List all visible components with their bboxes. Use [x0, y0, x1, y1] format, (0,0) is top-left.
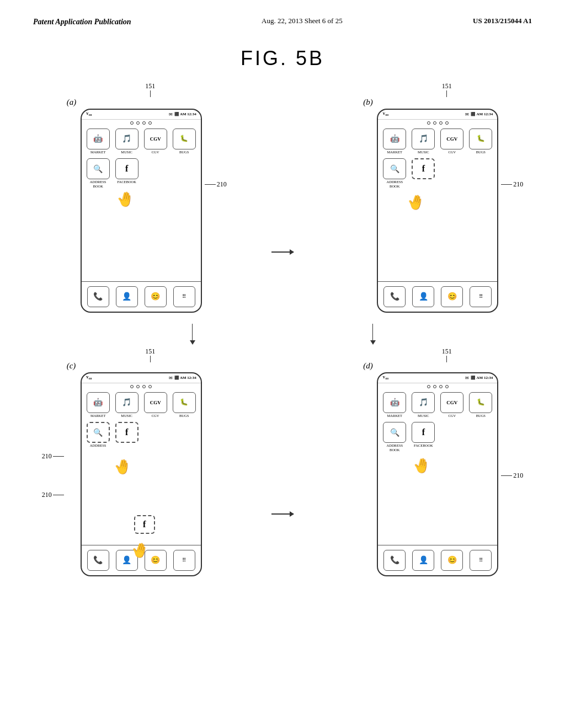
app-address-a: 🔍 ADDRESSBOOK: [85, 158, 111, 189]
app-cgv-b: CGV CGV: [439, 129, 465, 154]
dot-d-3: [439, 385, 443, 388]
dots-c: [82, 383, 201, 390]
grid-btn-d[interactable]: ⠿: [470, 550, 492, 571]
smiley-btn-d[interactable]: 😊: [441, 550, 463, 571]
music-icon-c[interactable]: 🎵: [115, 392, 138, 413]
phone-btn-c[interactable]: 📞: [87, 550, 109, 571]
diagram-d: (d) 151 YIII ✉ ⬛ AM 12:34: [363, 361, 498, 576]
smiley-btn-a[interactable]: 😊: [145, 286, 167, 307]
ref-151-a: 151: [145, 82, 155, 90]
phone-btn-b[interactable]: 📞: [383, 286, 406, 307]
music-icon-a[interactable]: 🎵: [115, 129, 138, 149]
grid-btn-b[interactable]: ⠿: [470, 286, 492, 307]
cgv-icon-c[interactable]: CGV: [144, 392, 167, 413]
contact-btn-d[interactable]: 👤: [412, 550, 434, 571]
market-label-a: MARKET: [90, 150, 105, 154]
grid-btn-a[interactable]: ⠿: [173, 286, 195, 307]
cgv-icon-a[interactable]: CGV: [144, 129, 167, 149]
app-cgv-d: CGV CGV: [439, 392, 465, 418]
v-connector-left: [190, 324, 195, 345]
app-bugs-d: 🐛 BUGS: [467, 392, 494, 418]
arrow-a-to-b: [271, 251, 294, 253]
apps-row1-a: 🤖 MARKET 🎵 MUSIC CGV CGV 🐛: [82, 126, 201, 157]
market-icon-b[interactable]: 🤖: [383, 129, 406, 149]
dot-c-3: [142, 385, 146, 388]
diagram-a-label: (a): [67, 98, 77, 107]
app-facebook-d: f FACEBOOK 🤚: [410, 422, 436, 452]
market-icon-a[interactable]: 🤖: [87, 129, 110, 149]
app-cgv-c: CGV CGV: [142, 392, 169, 418]
batt-icon-a: ⬛ AM 12:34: [174, 112, 196, 116]
dot-2: [136, 121, 140, 125]
facebook-label-d: FACEBOOK: [414, 443, 433, 448]
status-bar-c: YIII ✉ ⬛ AM 12:34: [82, 373, 201, 383]
status-bar-b: YIII ✉ ⬛ AM 12:34: [378, 110, 497, 120]
address-icon-d[interactable]: 🔍: [383, 422, 406, 443]
ref-151-d: 151: [442, 347, 452, 356]
diagram-c: (c) 151 YIII ✉ ⬛ AM 12:34: [67, 361, 202, 576]
bugs-icon-c[interactable]: 🐛: [173, 392, 196, 413]
ref-210-c2: 210: [42, 491, 64, 499]
apps-row2-b: 🔍 ADDRESSBOOK f 🤚: [378, 157, 497, 190]
facebook-icon-c[interactable]: f: [115, 422, 138, 443]
bugs-label-c: BUGS: [179, 414, 189, 418]
sheet-info: Aug. 22, 2013 Sheet 6 of 25: [262, 17, 343, 25]
bottom-bar-a: 📞 👤 😊 ⠿: [82, 281, 201, 312]
ref-210-b: 210: [501, 180, 523, 189]
batt-icon-b: ⬛ AM 12:34: [471, 112, 493, 116]
facebook-icon-a[interactable]: f: [115, 158, 138, 179]
status-bar-d: YIII ✉ ⬛ AM 12:34: [378, 373, 497, 383]
address-icon-a[interactable]: 🔍: [87, 158, 110, 179]
music-label-b: MUSIC: [418, 150, 429, 154]
dots-b: [378, 120, 497, 126]
app-address-c: 🔍 ADDRESS: [85, 422, 111, 448]
phone-frame-a: YIII ✉ ⬛ AM 12:34: [81, 109, 202, 313]
market-icon-d[interactable]: 🤖: [383, 392, 406, 413]
cgv-label-c: CGV: [152, 414, 159, 418]
v-connector-right: [370, 324, 376, 345]
phone-btn-a[interactable]: 📞: [87, 286, 109, 307]
app-facebook-c: f 🤚: [114, 422, 140, 448]
smiley-btn-b[interactable]: 😊: [441, 286, 463, 307]
facebook-icon-d[interactable]: f: [412, 422, 435, 443]
dot-d-4: [445, 385, 449, 388]
music-icon-b[interactable]: 🎵: [412, 129, 435, 149]
arrow-line-cd: [271, 513, 294, 515]
dot-b-1: [427, 121, 430, 125]
cgv-icon-d[interactable]: CGV: [440, 392, 463, 413]
dot-c-1: [130, 385, 134, 388]
facebook-icon-b[interactable]: f: [412, 158, 435, 179]
ref-151-b: 151: [442, 82, 452, 90]
bottom-bar-b: 📞 👤 😊 ⠿: [378, 281, 497, 312]
dot-3: [142, 121, 146, 125]
msg-icon-c: ✉: [169, 376, 173, 381]
bugs-icon-d[interactable]: 🐛: [469, 392, 492, 413]
contact-btn-b[interactable]: 👤: [412, 286, 434, 307]
app-market-d: 🤖 MARKET: [381, 392, 408, 418]
facebook-dragging-c: f: [134, 515, 155, 534]
phone-btn-d[interactable]: 📞: [383, 550, 406, 571]
address-label-a: ADDRESSBOOK: [90, 180, 106, 189]
msg-icon-a: ✉: [169, 112, 173, 117]
bugs-icon-a[interactable]: 🐛: [173, 129, 196, 149]
batt-icon-d: ⬛ AM 12:34: [471, 376, 493, 380]
music-icon-d[interactable]: 🎵: [412, 392, 435, 413]
apps-row2-a: 🔍 ADDRESSBOOK f FACEBOOK 🤚: [82, 157, 201, 190]
diagram-b: (b) 151 YIII ✉ ⬛ AM 12:34: [363, 98, 498, 313]
app-market-a: 🤖 MARKET: [85, 129, 111, 154]
bugs-icon-b[interactable]: 🐛: [469, 129, 492, 149]
dot-b-2: [433, 121, 436, 125]
market-icon-c[interactable]: 🤖: [87, 392, 110, 413]
address-icon-c[interactable]: 🔍: [87, 422, 110, 443]
hand-gesture-d: 🤚: [412, 456, 432, 475]
cgv-icon-b[interactable]: CGV: [440, 129, 463, 149]
app-cgv-a: CGV CGV: [142, 129, 169, 154]
address-icon-b[interactable]: 🔍: [383, 158, 406, 179]
app-facebook-a: f FACEBOOK 🤚: [114, 158, 140, 189]
cgv-label-a: CGV: [152, 150, 159, 154]
page: Patent Application Publication Aug. 22, …: [0, 0, 565, 728]
ref-210-a: 210: [205, 180, 227, 189]
grid-btn-c[interactable]: ⠿: [173, 550, 195, 571]
signal-b: YIII: [382, 111, 388, 116]
contact-btn-a[interactable]: 👤: [116, 286, 138, 307]
